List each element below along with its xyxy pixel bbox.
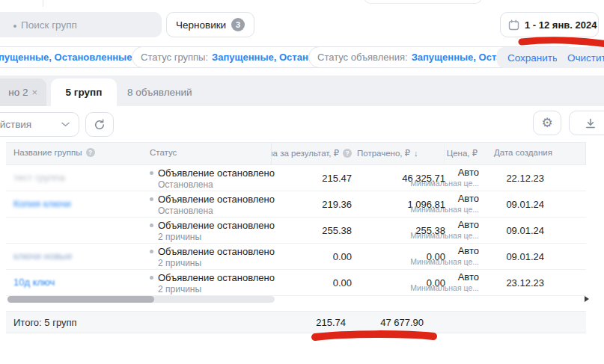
status-text: Объявление остановлено	[158, 167, 275, 179]
column-header-spent[interactable]: Потрачено, ₽ ↓	[357, 148, 418, 158]
totals-spent: 47 677.90	[380, 317, 424, 328]
price-cell: АвтоМинимальная це...	[410, 219, 479, 240]
price-value: Авто	[410, 193, 479, 204]
cutoff-element-fragment	[364, 0, 482, 4]
table-row: Копия ключиОбъявление остановленоОстанов…	[6, 191, 586, 218]
cost-per-result-value: 215.47	[322, 173, 352, 184]
created-date: 23.12.23	[506, 277, 544, 289]
column-header-cost-per-result[interactable]: Цена за результат, ₽ ?	[272, 145, 352, 161]
drafts-count-badge: 3	[231, 18, 245, 31]
status-cell: Объявление остановлено2 причины	[150, 272, 275, 294]
price-subtext: Минимальная це...	[410, 179, 479, 188]
help-icon[interactable]: ?	[343, 149, 352, 158]
export-button[interactable]	[569, 111, 604, 135]
status-subtext: 2 причины	[158, 284, 275, 294]
status-cell: Объявление остановлено2 причины	[150, 220, 275, 242]
help-icon[interactable]: ?	[86, 148, 95, 157]
horizontal-scrollbar-thumb[interactable]	[7, 296, 154, 303]
price-subtext: Минимальная це...	[410, 231, 479, 240]
calendar-icon	[508, 19, 519, 31]
tab-groups[interactable]: 5 групп	[51, 78, 117, 106]
group-name-link[interactable]: тест группа	[13, 172, 65, 183]
price-cell: АвтоМинимальная це...	[410, 167, 479, 188]
status-text: Объявление остановлено	[158, 246, 275, 257]
table-row: тест группаОбъявление остановленоОстанов…	[6, 165, 586, 191]
table-row: Объявление остановлено2 причины255.38255…	[6, 218, 586, 244]
group-name-link[interactable]: ключи новые	[13, 250, 72, 262]
status-subtext: 2 причины	[158, 232, 275, 242]
refresh-icon	[94, 119, 106, 131]
price-subtext: Минимальная це...	[410, 205, 479, 214]
group-name-link[interactable]: 10д ключ	[13, 277, 55, 288]
ads-manager-screen: Черновики 3 1 - 12 янв. 2024 пущенные, О…	[0, 0, 604, 364]
drafts-label: Черновики	[176, 19, 226, 31]
tab-ads[interactable]: 8 объявлений	[117, 78, 203, 106]
status-dot-icon	[150, 171, 153, 175]
tab-label: но 2	[8, 87, 28, 98]
table-row: ключи новыеОбъявление остановлено2 причи…	[6, 244, 586, 270]
scroll-right-arrow-icon[interactable]	[585, 296, 589, 302]
status-cell: Объявление остановленоОстановлена	[150, 167, 275, 190]
created-date: 22.12.23	[506, 173, 544, 184]
status-subtext: Остановлена	[158, 179, 275, 190]
cost-per-result-value: 219.36	[322, 199, 352, 210]
status-text: Объявление остановлено	[158, 220, 275, 231]
status-cell: Объявление остановлено2 причины	[150, 246, 275, 268]
group-name-link[interactable]: Копия ключи	[13, 198, 71, 209]
column-header-name[interactable]: Название группы ?	[13, 148, 95, 157]
price-value: Авто	[410, 245, 479, 256]
sort-desc-icon: ↓	[414, 149, 418, 158]
filter-chip-label: Статус объявления:	[317, 52, 408, 63]
clear-filters-button[interactable]: Очистить	[557, 47, 604, 68]
gear-icon: ⚙	[541, 115, 552, 131]
date-range-picker[interactable]: 1 - 12 янв. 2024	[500, 12, 599, 37]
status-subtext: 2 причины	[158, 258, 275, 268]
column-header-label: Цена за результат, ₽	[272, 148, 339, 158]
filter-chip-label: Статус группы:	[141, 52, 208, 63]
close-icon[interactable]: ×	[31, 87, 37, 98]
price-value: Авто	[410, 219, 479, 230]
search-field	[0, 12, 162, 37]
actions-dropdown[interactable]: Действия	[0, 112, 79, 137]
date-range-label: 1 - 12 янв. 2024	[525, 19, 597, 31]
status-dot-icon	[150, 223, 153, 227]
column-header-price[interactable]: Цена, ₽	[447, 148, 478, 158]
price-subtext: Минимальная це...	[410, 283, 479, 292]
column-header-label: Потрачено, ₽	[357, 148, 410, 158]
cost-per-result-value: 0.00	[333, 251, 352, 262]
settings-button[interactable]: ⚙	[533, 111, 561, 135]
cost-per-result-value: 255.38	[322, 225, 352, 236]
table-row: 10д ключОбъявление остановлено2 причины0…	[6, 270, 586, 296]
price-value: Авто	[410, 167, 479, 178]
price-cell: АвтоМинимальная це...	[410, 271, 479, 292]
status-text: Объявление остановлено	[158, 194, 275, 205]
price-subtext: Минимальная це...	[410, 257, 479, 266]
actions-label: Действия	[0, 119, 31, 130]
column-header-label: Название группы	[13, 148, 82, 157]
column-header-status[interactable]: Статус	[150, 148, 177, 157]
column-header-created[interactable]: Дата создания	[494, 148, 552, 157]
red-underline-totals	[315, 334, 433, 337]
search-input[interactable]	[0, 12, 162, 37]
table-footer	[6, 311, 586, 333]
created-date: 09.01.24	[506, 251, 544, 262]
red-underline-date	[522, 40, 604, 44]
filter-chip-campaign-status[interactable]: пущенные, Остановленные ×	[0, 46, 153, 68]
totals-label: Итого: 5 групп	[13, 317, 77, 328]
status-dot-icon	[150, 276, 153, 280]
status-dot-icon	[150, 197, 153, 201]
tab-selected-count[interactable]: но 2 ×	[0, 78, 46, 106]
download-icon	[585, 117, 597, 129]
price-cell: АвтоМинимальная це...	[410, 245, 479, 266]
chevron-down-icon	[61, 122, 70, 127]
status-dot-icon	[150, 250, 153, 253]
price-value: Авто	[410, 271, 479, 283]
status-cell: Объявление остановленоОстановлена	[150, 194, 275, 216]
drafts-button[interactable]: Черновики 3	[166, 12, 254, 37]
status-text: Объявление остановлено	[158, 272, 275, 283]
search-icon	[13, 25, 16, 28]
price-cell: АвтоМинимальная це...	[410, 193, 479, 214]
cutoff-divider-fragment	[43, 0, 43, 7]
refresh-button[interactable]	[85, 112, 114, 137]
filter-chip-value: пущенные, Остановленные	[0, 52, 132, 63]
